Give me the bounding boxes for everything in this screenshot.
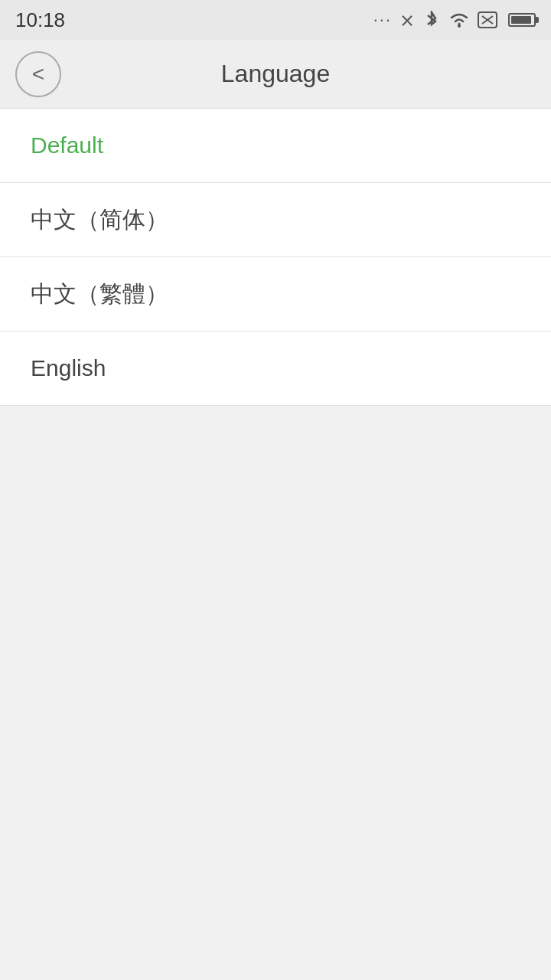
back-button[interactable]: < xyxy=(15,51,61,97)
wifi-icon xyxy=(448,11,470,28)
list-item[interactable]: Default xyxy=(0,109,551,183)
status-icons: ··· ⨯ xyxy=(373,9,536,31)
bluetooth-icon xyxy=(424,11,439,29)
bluetooth-icon: ⨯ xyxy=(399,9,415,31)
page-title: Language xyxy=(61,60,490,88)
list-item[interactable]: English xyxy=(0,332,551,406)
status-bar: 10:18 ··· ⨯ xyxy=(0,0,551,40)
language-list: Default 中文（简体） 中文（繁體） English xyxy=(0,109,551,406)
language-label-english: English xyxy=(31,355,106,381)
app-bar: < Language xyxy=(0,40,551,109)
list-item[interactable]: 中文（简体） xyxy=(0,183,551,257)
status-time: 10:18 xyxy=(15,8,65,32)
svg-point-0 xyxy=(458,24,461,28)
back-chevron-icon: < xyxy=(32,64,44,85)
list-item[interactable]: 中文（繁體） xyxy=(0,257,551,332)
language-label-default: Default xyxy=(31,132,103,158)
signal-dots-icon: ··· xyxy=(373,10,392,30)
language-label-zh-simplified: 中文（简体） xyxy=(31,204,168,236)
signal-x-icon xyxy=(478,11,497,28)
language-label-zh-traditional: 中文（繁體） xyxy=(31,279,168,310)
battery-icon xyxy=(508,13,536,27)
